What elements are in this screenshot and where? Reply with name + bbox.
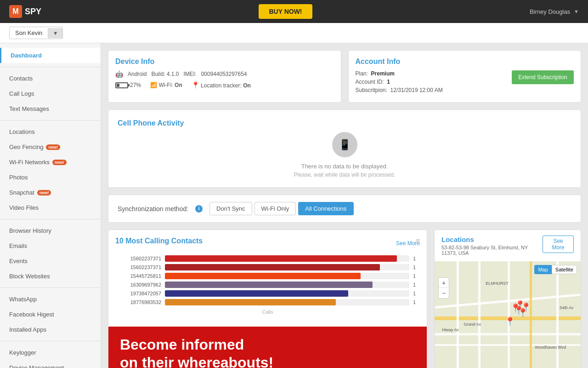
sync-info-icon[interactable]: i <box>195 205 203 213</box>
sidebar-item-photos[interactable]: Photos <box>0 170 101 185</box>
content-area: Device Info 🤖 Android Build: 4.1.0 IMEI:… <box>101 43 588 368</box>
user-menu-caret: ▼ <box>574 9 579 14</box>
sidebar-item-label-locations: Locations <box>9 128 35 135</box>
locations-see-more-button[interactable]: See More <box>543 236 574 253</box>
wifi-icon: 📶 <box>150 82 157 88</box>
sidebar-item-events[interactable]: Events <box>0 253 101 269</box>
sidebar-item-text-messages[interactable]: Text Messages <box>0 101 101 116</box>
sidebar-divider-1 <box>0 67 101 67</box>
sidebar-item-label-wifi-networks: Wi-Fi Networks <box>9 159 50 166</box>
road-vertical-main <box>530 261 532 368</box>
sidebar-item-browser-history[interactable]: Browser History <box>0 223 101 238</box>
sidebar-item-installed-apps[interactable]: Installed Apps <box>0 322 101 337</box>
sync-wifi-only-button[interactable]: Wi-Fi Only <box>254 202 296 215</box>
sidebar-item-contacts[interactable]: Contacts <box>0 71 101 86</box>
chart-label: 19738472057 <box>115 291 161 296</box>
sidebar-item-call-logs[interactable]: Call Logs <box>0 86 101 101</box>
logo-icon: M <box>9 5 22 18</box>
sidebar-divider-4 <box>0 288 101 288</box>
sidebar-item-label-contacts: Contacts <box>9 75 33 82</box>
chart-label: 15602237371 <box>115 264 161 270</box>
sidebar-item-wifi-networks[interactable]: Wi-Fi Networks new! <box>0 155 101 170</box>
battery-fill <box>117 84 119 87</box>
sidebar-item-label-whatsapp: WhatsApp <box>9 296 37 303</box>
map-pin-blue: 📍 <box>521 302 531 312</box>
calling-contacts-card: 10 Most Calling Contacts See More ≡ 1560… <box>108 230 427 368</box>
top-row: Device Info 🤖 Android Build: 4.1.0 IMEI:… <box>108 50 581 103</box>
location-status: 📍 Location tracker: On <box>192 81 251 89</box>
chart-bar <box>165 255 397 262</box>
sidebar-item-block-websites[interactable]: Block Websites <box>0 269 101 284</box>
map-zoom-out-button[interactable]: − <box>439 288 449 298</box>
account-subscription: Subscritpion: 12/31/2019 12:00 AM <box>356 87 443 93</box>
sidebar-item-snapchat[interactable]: Snapchat new! <box>0 185 101 200</box>
device-selector-value: Son Kevin <box>10 27 48 39</box>
device-bar: Son Kevin ▼ <box>0 23 588 43</box>
chart-row: 15445725811 1 <box>115 273 420 279</box>
chart-menu-icon[interactable]: ≡ <box>416 237 420 245</box>
road-vertical-3 <box>508 261 510 368</box>
sidebar-item-keylogger[interactable]: Keylogger <box>0 345 101 360</box>
account-id: Account ID: 1 <box>356 79 443 85</box>
sidebar-item-label-call-logs: Call Logs <box>9 90 34 97</box>
extend-subscription-button[interactable]: Extend Subscription <box>512 70 574 84</box>
badge-new-wifi-networks: new! <box>52 160 67 165</box>
wifi-label: Wi-Fi: <box>158 82 173 88</box>
map-label-hiway: Hiway Av <box>442 328 459 332</box>
device-info-title: Device Info <box>115 58 334 66</box>
sidebar-item-label-snapchat: Snapchat <box>9 189 34 196</box>
chart-bar <box>165 264 380 270</box>
map-tab-map[interactable]: Map <box>534 265 551 274</box>
cell-activity-title: Cell Phone Activity <box>118 119 571 127</box>
sidebar-item-geo-fencing[interactable]: Geo Fencing new! <box>0 139 101 155</box>
chart-count: 1 <box>413 273 420 279</box>
sidebar-item-whatsapp[interactable]: WhatsApp <box>0 292 101 307</box>
main-layout: Dashboard Contacts Call Logs Text Messag… <box>0 43 588 368</box>
badge-new-geo-fencing: new! <box>46 144 60 150</box>
user-menu[interactable]: Birney Douglas ▼ <box>530 8 579 15</box>
device-build: Build: 4.1.0 <box>151 71 179 77</box>
map-label-elmhurst: ELMHURST <box>486 281 509 286</box>
device-dropdown-arrow[interactable]: ▼ <box>48 28 62 38</box>
buy-now-button[interactable]: BUY NOW! <box>259 4 312 19</box>
sidebar-item-label-keylogger: Keylogger <box>9 349 36 356</box>
sync-dont-sync-button[interactable]: Don't Sync <box>209 202 252 215</box>
sidebar-item-emails[interactable]: Emails <box>0 238 101 253</box>
map-background: ELMHURST Hiway Av 54th Av Woodhaven Blvd… <box>435 261 581 368</box>
road-vertical-1 <box>457 261 459 368</box>
sidebar-item-dashboard[interactable]: Dashboard <box>0 48 101 63</box>
sidebar-item-device-management[interactable]: Device Management <box>0 360 101 368</box>
sidebar-item-label-browser-history: Browser History <box>9 227 51 234</box>
locations-card: Locations 53-82-53-98 Seabury St, Elmhur… <box>434 230 581 368</box>
sidebar-item-label-block-websites: Block Websites <box>9 273 50 280</box>
location-status-value: On <box>243 82 251 89</box>
locations-title: Locations <box>441 236 543 243</box>
wifi-status: 📶 Wi-Fi: On <box>150 82 182 88</box>
map-zoom-in-button[interactable]: + <box>439 278 449 288</box>
sidebar-item-facebook-higest[interactable]: Facebook Higest <box>0 307 101 322</box>
sidebar-item-label-text-messages: Text Messages <box>9 105 49 112</box>
device-info-card: Device Info 🤖 Android Build: 4.1.0 IMEI:… <box>108 50 341 103</box>
user-name: Birney Douglas <box>530 8 570 15</box>
device-os-label: Android <box>128 71 147 77</box>
sidebar-item-label-emails: Emails <box>9 242 27 249</box>
sidebar-item-label-dashboard: Dashboard <box>11 52 42 59</box>
sidebar-divider-2 <box>0 120 101 121</box>
sidebar-divider-5 <box>0 341 101 341</box>
sidebar-item-video-files[interactable]: Video Files <box>0 200 101 215</box>
device-selector[interactable]: Son Kevin ▼ <box>9 27 63 39</box>
road-vertical-4 <box>556 261 559 368</box>
chart-rows: 15602237371 1 15602237371 1 15445725811 … <box>115 255 420 305</box>
chart-row: 18776983532 1 <box>115 299 420 305</box>
account-id-value: 1 <box>387 79 390 85</box>
sidebar-item-locations[interactable]: Locations <box>0 124 101 139</box>
top-nav: M SPY BUY NOW! Birney Douglas ▼ <box>0 0 588 23</box>
chart-count: 1 <box>413 264 420 270</box>
chart-label: 15602237371 <box>115 256 161 261</box>
map-tabs: Map Satellite <box>534 265 577 274</box>
map-label-grand-av: Grand Av <box>464 322 481 327</box>
map-tab-satellite[interactable]: Satellite <box>552 265 577 274</box>
map-container: ELMHURST Hiway Av 54th Av Woodhaven Blvd… <box>435 261 581 368</box>
sync-all-connections-button[interactable]: All Connections <box>298 202 353 215</box>
sidebar-item-label-geo-fencing: Geo Fencing <box>9 144 43 150</box>
